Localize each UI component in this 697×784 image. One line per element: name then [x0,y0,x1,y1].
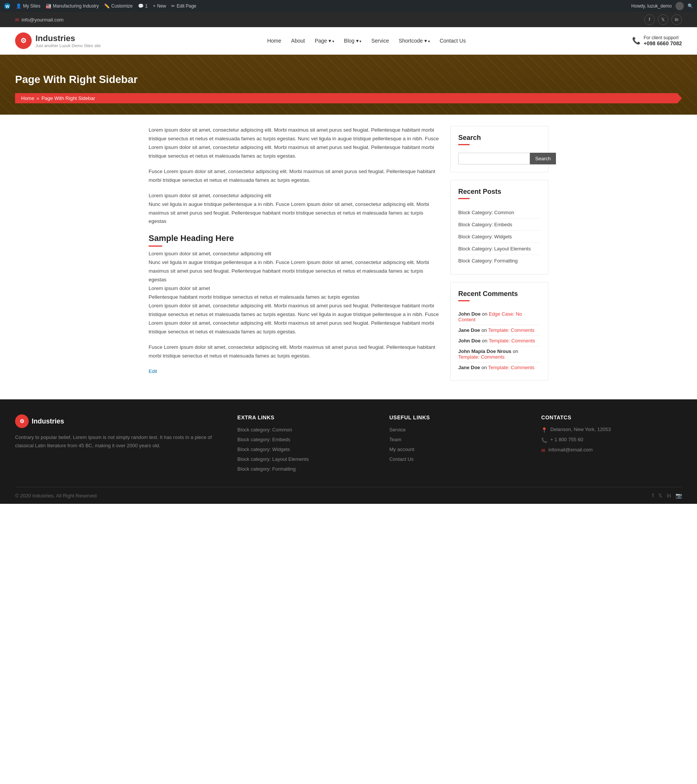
nav-page[interactable]: Page ▾ [311,35,338,46]
admin-edit-page[interactable]: ✏ Edit Page [171,3,196,9]
comment-list: John Doe on Edge Case: No Content Jane D… [458,309,540,372]
admin-wp-icon[interactable]: W [4,3,11,10]
nav-page-dropdown: Page ▾ [311,38,338,44]
admin-bar-right: Howdy, luzuk_demo 🔍 [631,2,693,10]
comment-on-5: on [481,365,488,370]
nav-shortcode[interactable]: Shortcode ▾ [395,35,434,46]
facebook-icon[interactable]: f [644,14,655,25]
footer-useful-link-1[interactable]: Service [389,427,405,433]
edit-icon: ✏ [171,3,175,9]
footer-useful-link-3[interactable]: My account [389,446,414,452]
nav-contact[interactable]: Contact Us [436,35,470,46]
admin-avatar [676,2,684,10]
comment-on-4: on [512,348,518,354]
recent-posts-title: Recent Posts [458,188,540,202]
logo-title: Industries [35,34,101,43]
admin-comments[interactable]: 💬 1 [138,3,148,9]
twitter-icon[interactable]: 𝕏 [658,14,668,25]
footer-useful-link-item: Contact Us [389,456,530,462]
admin-howdy: Howdy, luzuk_demo [631,3,672,9]
comment-link-5[interactable]: Template: Comments [488,365,534,370]
hero-banner: Page With Right Sidebar Home » Page With… [0,55,697,115]
footer-extra-link-item: Block category: Widgets [237,446,378,452]
admin-my-sites[interactable]: 👤 My Sites [16,3,40,9]
footer-extra-link-item: Block category: Embeds [237,436,378,442]
content-block-2: Fusce Lorem ipsum dolor sit amet, consec… [148,168,439,185]
post-item: Block Category: Formatting [458,255,540,267]
main-nav: Home About Page ▾ Blog ▾ Service Shortco… [263,35,469,46]
footer-twitter-icon[interactable]: 𝕏 [658,492,662,499]
nav-service[interactable]: Service [368,35,393,46]
admin-new[interactable]: + New [153,3,166,9]
footer-facebook-icon[interactable]: f [652,492,654,499]
comment-on-3: on [482,338,489,344]
footer-extra-link-5[interactable]: Block category: Formatting [237,466,296,472]
footer-useful-link-item: Service [389,427,530,433]
content-heading: Sample Heading Here [148,234,439,247]
post-link-5[interactable]: Block Category: Formatting [458,258,518,264]
footer-about-col: ⚙ Industries Contrary to popular belief,… [15,414,226,476]
address-text: Delanson, New York, 12053 [550,427,611,432]
nav-about[interactable]: About [287,35,309,46]
footer-linkedin-icon[interactable]: in [667,492,671,499]
footer-extra-link-4[interactable]: Block category: Layout Elements [237,456,308,462]
footer-useful-link-item: My account [389,446,530,452]
footer-instagram-icon[interactable]: 📷 [676,492,682,499]
comment-item-4: John Mapía Doe Nrous on Template: Commen… [458,346,540,362]
footer-extra-link-item: Block category: Formatting [237,466,378,472]
comment-link-4[interactable]: Template: Comments [458,354,505,360]
comment-link-3[interactable]: Template: Comments [489,338,535,344]
pencil-icon: ✏️ [104,3,110,9]
comment-item-5: Jane Doe on Template: Comments [458,362,540,372]
comment-item-1: John Doe on Edge Case: No Content [458,309,540,325]
post-link-1[interactable]: Block Category: Common [458,210,514,215]
footer-phone-icon: 📞 [541,437,547,443]
site-header: ⚙ Industries Just another Luzuk Demo Sit… [0,27,697,55]
search-input[interactable] [458,153,530,165]
search-widget: Search Search [450,126,549,172]
admin-customize[interactable]: ✏️ Customize [104,3,133,9]
content-block-edit: Edit [148,367,439,376]
breadcrumb-home[interactable]: Home [21,96,34,101]
linkedin-icon[interactable]: in [671,14,682,25]
recent-posts-list: Block Category: Common Block Category: E… [458,207,540,267]
footer-extra-link-2[interactable]: Block category: Embeds [237,437,290,442]
footer-extra-link-3[interactable]: Block category: Widgets [237,446,290,452]
paragraph-2: Fusce Lorem ipsum dolor sit amet, consec… [148,168,439,185]
footer-useful-link-4[interactable]: Contact Us [389,456,414,462]
footer-extra-link-item: Block category: Common [237,427,378,433]
footer-email: ✉ infomail@email.com [541,447,682,453]
industry-icon: 🏭 [46,3,51,9]
admin-search-icon[interactable]: 🔍 [687,3,693,9]
recent-comments-title: Recent Comments [458,290,540,304]
footer-useful-links-col: USEFUL LINKS Service Team My account Con… [389,414,530,476]
footer-extra-links-col: EXTRA LINKS Block category: Common Block… [237,414,378,476]
comment-author-4: John Mapía Doe Nrous [458,348,511,354]
comment-link-2[interactable]: Template: Comments [488,327,534,333]
logo-icon: ⚙ [15,33,32,49]
admin-bar-left: W 👤 My Sites 🏭 Manufacturing Industry ✏️… [4,3,196,10]
footer-useful-link-2[interactable]: Team [389,437,401,442]
recent-posts-widget: Recent Posts Block Category: Common Bloc… [450,180,549,275]
edit-link[interactable]: Edit [148,369,157,374]
admin-bar: W 👤 My Sites 🏭 Manufacturing Industry ✏️… [0,0,697,12]
footer-logo-text: Industries [32,417,64,425]
site-logo[interactable]: ⚙ Industries Just another Luzuk Demo Sit… [15,33,101,49]
sidebar: Search Search Recent Posts Block Categor… [450,126,549,388]
footer-logo[interactable]: ⚙ Industries [15,414,226,428]
footer-phone: 📞 + 1 800 755 60 [541,437,682,443]
content-block-5: Fusce Lorem ipsum dolor sit amet, consec… [148,343,439,361]
admin-site-name[interactable]: 🏭 Manufacturing Industry [46,3,99,9]
search-button[interactable]: Search [530,153,556,165]
location-icon: 📍 [541,427,547,433]
post-link-4[interactable]: Block Category: Layout Elements [458,246,531,252]
paragraph-4: Lorem ipsum dolor sit amet, consectetur … [148,250,439,336]
phone-icon: 📞 [632,36,641,45]
footer-extra-link-1[interactable]: Block category: Common [237,427,292,433]
footer-grid: ⚙ Industries Contrary to popular belief,… [15,414,682,487]
nav-home[interactable]: Home [263,35,285,46]
post-link-2[interactable]: Block Category: Embeds [458,222,512,227]
nav-blog[interactable]: Blog ▾ [340,35,366,46]
nav-blog-dropdown: Blog ▾ [340,38,366,44]
post-link-3[interactable]: Block Category: Widgets [458,234,512,239]
